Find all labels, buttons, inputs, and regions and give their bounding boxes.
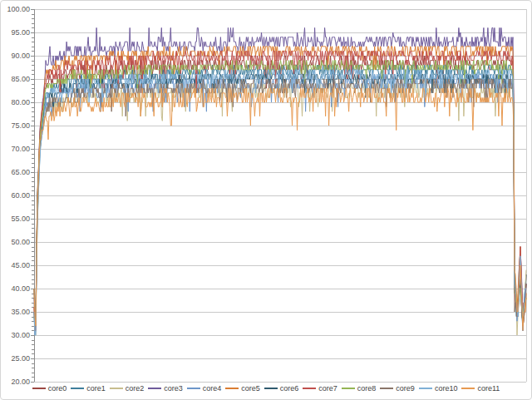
- legend-item-core10[interactable]: core10: [419, 384, 458, 393]
- legend-line-sample-core7: [303, 388, 316, 389]
- y-tick-label-35: 35.00: [1, 308, 30, 316]
- legend-item-core3[interactable]: core3: [148, 384, 183, 393]
- y-tick-label-100: 100.00: [1, 5, 30, 13]
- legend-label-core8: core8: [357, 384, 377, 393]
- legend-item-core11[interactable]: core11: [461, 384, 500, 393]
- legend-item-core0[interactable]: core0: [32, 384, 67, 393]
- y-tick-label-50: 50.00: [1, 238, 30, 246]
- legend-item-core9[interactable]: core9: [380, 384, 415, 393]
- legend-line-sample-core2: [110, 388, 123, 389]
- series-line-core9: [34, 79, 526, 330]
- legend-item-core7[interactable]: core7: [303, 384, 337, 393]
- legend-item-core5[interactable]: core5: [225, 384, 260, 393]
- legend-line-sample-core10: [419, 388, 432, 389]
- legend-line-sample-core11: [461, 388, 475, 389]
- legend-line-sample-core1: [71, 388, 84, 389]
- legend-label-core11: core11: [477, 384, 500, 393]
- y-tick-label-25: 25.00: [1, 354, 30, 363]
- series-line-core6: [34, 74, 526, 321]
- legend-label-core9: core9: [396, 384, 415, 393]
- legend-item-core1[interactable]: core1: [71, 384, 106, 393]
- y-tick-label-80: 80.00: [1, 98, 30, 106]
- series-line-core1: [34, 65, 526, 330]
- legend-line-sample-core4: [187, 388, 200, 389]
- legend-line-sample-core0: [32, 388, 46, 389]
- legend-line-sample-core8: [342, 388, 355, 389]
- legend-line-sample-core9: [380, 388, 393, 389]
- legend-label-core2: core2: [126, 384, 145, 393]
- y-tick-label-45: 45.00: [1, 261, 30, 269]
- series-line-core4: [34, 74, 526, 335]
- legend-item-core2[interactable]: core2: [110, 384, 145, 393]
- plot-canvas: [1, 1, 531, 399]
- y-tick-label-60: 60.00: [1, 191, 30, 200]
- y-tick-label-65: 65.00: [1, 168, 30, 176]
- y-tick-label-55: 55.00: [1, 215, 30, 223]
- legend-label-core6: core6: [280, 384, 299, 393]
- legend-item-core8[interactable]: core8: [342, 384, 377, 393]
- legend: core0core1core2core3core4core5core6core7…: [1, 383, 531, 394]
- legend-label-core5: core5: [241, 384, 260, 393]
- legend-label-core10: core10: [435, 384, 458, 393]
- legend-line-sample-core3: [148, 388, 161, 389]
- legend-item-core4[interactable]: core4: [187, 384, 222, 393]
- y-tick-label-90: 90.00: [1, 52, 30, 60]
- y-tick-label-70: 70.00: [1, 145, 30, 153]
- y-tick-label-40: 40.00: [1, 284, 30, 293]
- y-tick-label-95: 95.00: [1, 28, 30, 37]
- series-line-core10: [34, 70, 526, 335]
- series-line-core11: [34, 88, 526, 330]
- legend-label-core4: core4: [203, 384, 222, 393]
- legend-line-sample-core5: [225, 388, 239, 389]
- y-tick-label-30: 30.00: [1, 331, 30, 339]
- chart-area: 100.0095.0090.0085.0080.0075.0070.0065.0…: [0, 0, 532, 400]
- legend-label-core1: core1: [86, 384, 106, 393]
- y-tick-label-75: 75.00: [1, 121, 30, 130]
- y-tick-label-85: 85.00: [1, 75, 30, 83]
- legend-line-sample-core6: [264, 388, 278, 389]
- legend-label-core0: core0: [48, 384, 67, 393]
- series-line-core2: [34, 79, 526, 335]
- legend-label-core3: core3: [164, 384, 183, 393]
- legend-item-core6[interactable]: core6: [264, 384, 299, 393]
- legend-label-core7: core7: [318, 384, 337, 393]
